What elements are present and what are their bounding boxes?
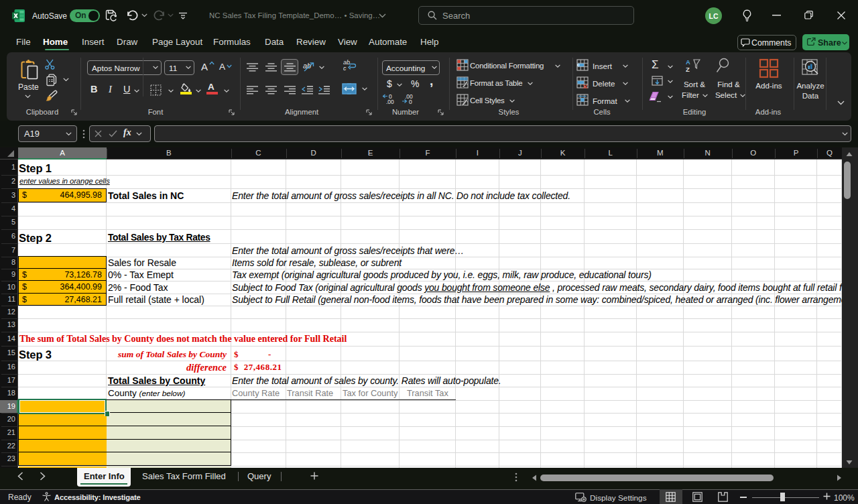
svg-text:.00: .00 <box>386 99 394 105</box>
svg-text:0: 0 <box>409 99 412 105</box>
svg-text:Z: Z <box>686 66 690 73</box>
svg-text:c: c <box>343 65 347 71</box>
svg-text:A: A <box>686 58 690 66</box>
